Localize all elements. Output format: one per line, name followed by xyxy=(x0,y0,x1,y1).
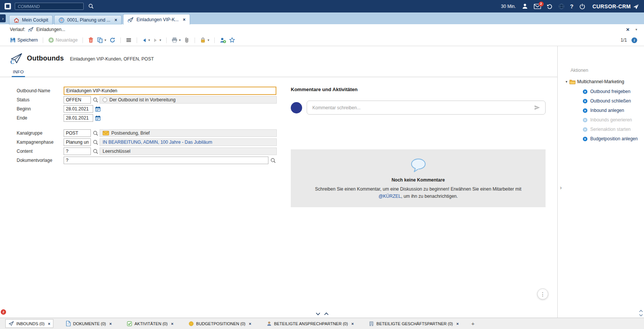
print-button[interactable]: ▾ xyxy=(172,37,181,43)
dokumentvorlage-lookup-icon[interactable] xyxy=(270,158,276,163)
command-input[interactable] xyxy=(15,3,84,10)
actions-folder[interactable]: ▾ Multichannel-Marketing xyxy=(558,79,644,84)
detail-tabbar: INFO xyxy=(0,68,557,77)
history-entry[interactable]: Einladungen... xyxy=(36,27,65,32)
sidebar-collapse-icon[interactable]: › xyxy=(560,185,562,191)
outbound-name-input[interactable] xyxy=(64,87,276,95)
status-radio[interactable] xyxy=(103,98,107,102)
close-record-icon[interactable]: × xyxy=(626,26,630,33)
tabstrip-expander-icon[interactable]: › xyxy=(0,14,6,22)
save-button[interactable]: Speichern xyxy=(10,37,38,43)
user-icon[interactable] xyxy=(522,3,528,9)
new-record-button[interactable]: Neuanlage xyxy=(48,37,78,43)
ende-label: Ende xyxy=(17,115,64,121)
dokumentvorlage-input[interactable] xyxy=(64,157,268,164)
kanalgruppe-lookup-icon[interactable] xyxy=(93,130,98,136)
svg-text:C: C xyxy=(10,59,14,65)
favorite-star-button[interactable] xyxy=(229,37,235,43)
field-dokumentvorlage: Dokumentvorlage xyxy=(17,156,277,164)
bottom-tab-close-icon[interactable]: × xyxy=(48,321,50,326)
action-label: Inbounds generieren xyxy=(590,117,632,123)
tab-label: Mein Cockpit xyxy=(22,17,48,23)
bottom-tab-close-icon[interactable]: × xyxy=(351,321,354,326)
bottom-tab-aktivitaeten[interactable]: AKTIVITÄTEN (0) × xyxy=(124,320,176,327)
brand: CURSOR-CRM xyxy=(593,3,639,10)
status-input[interactable] xyxy=(64,96,91,104)
add-bottom-tab-button[interactable]: + xyxy=(471,320,475,327)
nav-forward-dropdown-icon[interactable]: ▾ xyxy=(159,38,161,42)
ende-input[interactable] xyxy=(64,114,93,122)
tab-mein-cockpit[interactable]: Mein Cockpit xyxy=(9,15,53,25)
session-timeout: 30 Min. xyxy=(501,4,516,9)
toolbar-separator xyxy=(214,37,215,43)
undo-icon[interactable] xyxy=(547,3,553,9)
kampagnenphase-input[interactable] xyxy=(64,138,91,146)
tab-kampagne[interactable]: 0001, Planung und ... × xyxy=(54,15,122,25)
bottom-tab-beteiligte-geschaeftspartner[interactable]: BETEILIGTE GESCHÄFTSPARTNER (0) × xyxy=(366,320,461,327)
help-icon[interactable]: ? xyxy=(570,3,574,9)
action-outbound-schliessen[interactable]: Outbound schließen xyxy=(558,98,644,104)
lock-dropdown-icon[interactable]: ▾ xyxy=(207,38,209,42)
mail-icon[interactable]: 2 xyxy=(534,4,541,9)
attachment-button[interactable] xyxy=(184,37,190,43)
expand-panel-icon[interactable] xyxy=(316,312,320,315)
mention-link[interactable]: @KÜRZEL xyxy=(379,194,401,199)
globe-icon[interactable] xyxy=(558,3,564,9)
power-icon[interactable] xyxy=(579,3,585,9)
action-outbound-freigeben[interactable]: Outbound freigeben xyxy=(558,89,644,94)
command-search-icon[interactable] xyxy=(88,3,94,9)
tab-info[interactable]: INFO xyxy=(12,68,25,77)
beginn-calendar-icon[interactable] xyxy=(95,106,101,112)
refresh-button[interactable] xyxy=(109,37,115,43)
bottom-tab-close-icon[interactable]: × xyxy=(456,321,458,326)
nav-forward-button[interactable]: ▾ xyxy=(153,38,161,43)
bottom-tab-inbounds[interactable]: INBOUNDS (0) × xyxy=(5,319,53,328)
collapse-panel-icon[interactable] xyxy=(324,312,329,315)
new-record-label: Neuanlage xyxy=(56,37,78,43)
tab-close-icon[interactable]: × xyxy=(183,17,186,22)
kanalgruppe-label: Kanalgruppe xyxy=(17,130,64,136)
more-options-button[interactable]: ⋮ xyxy=(537,289,548,300)
delete-button[interactable] xyxy=(88,37,94,43)
copy-button[interactable]: ▾ xyxy=(97,37,106,43)
tab-close-icon[interactable]: × xyxy=(114,17,117,23)
svg-text:C: C xyxy=(128,20,129,23)
menu-button[interactable] xyxy=(126,37,132,43)
history-dropdown-icon[interactable]: ▾ xyxy=(635,28,637,31)
content-input[interactable] xyxy=(64,147,91,155)
bottom-tab-close-icon[interactable]: × xyxy=(249,321,251,326)
print-dropdown-icon[interactable]: ▾ xyxy=(179,38,181,42)
scroll-up-icon[interactable] xyxy=(639,310,643,312)
tree-collapse-icon[interactable]: ▾ xyxy=(566,80,568,84)
beginn-input[interactable] xyxy=(64,105,93,113)
nav-back-button[interactable]: ▾ xyxy=(142,38,150,43)
add-participant-button[interactable] xyxy=(220,37,226,43)
send-comment-icon[interactable] xyxy=(534,105,541,110)
kampagnenphase-link[interactable]: IN BEARBEITUNG, ADMIN, 100 Jahre - Das J… xyxy=(103,140,212,145)
document-icon xyxy=(66,321,71,326)
kampagnenphase-lookup-icon[interactable] xyxy=(93,140,98,145)
bottom-tab-close-icon[interactable]: × xyxy=(109,321,112,326)
status-text: Der Outbound ist in Vorbereitung xyxy=(109,97,176,102)
ende-calendar-icon[interactable] xyxy=(95,115,101,121)
tab-outbound-active[interactable]: C Einladungen VIP-K... × xyxy=(123,14,190,25)
field-beginn: Beginn xyxy=(17,105,277,113)
info-icon[interactable]: i xyxy=(632,37,637,43)
lock-button[interactable]: ▾ xyxy=(200,37,209,43)
bottom-tab-budgetpositionen[interactable]: BUDGETPOSITIONEN (0) × xyxy=(186,320,254,327)
kanalgruppe-text: Postsendung, Brief xyxy=(111,130,150,136)
copy-dropdown-icon[interactable]: ▾ xyxy=(104,38,106,42)
comment-input[interactable] xyxy=(307,101,546,115)
status-lookup-icon[interactable] xyxy=(93,97,98,103)
toolbar-separator xyxy=(195,37,195,43)
content-lookup-icon[interactable] xyxy=(93,149,98,154)
scroll-down-icon[interactable] xyxy=(639,314,643,317)
bottom-tab-beteiligte-ansprechpartner[interactable]: BETEILIGTE ANSPRECHPARTNER (0) × xyxy=(264,320,357,327)
history-row: Verlauf: C Einladungen... × ▾ xyxy=(0,24,644,34)
action-inbound-anlegen[interactable]: Inbound anlegen xyxy=(558,108,644,113)
kanalgruppe-input[interactable] xyxy=(64,129,91,137)
action-budgetposition-anlegen[interactable]: Budgetposition anlegen xyxy=(558,136,644,141)
nav-back-dropdown-icon[interactable]: ▾ xyxy=(148,38,150,42)
bottom-tab-close-icon[interactable]: × xyxy=(171,321,173,326)
bottom-tab-dokumente[interactable]: DOKUMENTE (0) × xyxy=(63,320,114,327)
